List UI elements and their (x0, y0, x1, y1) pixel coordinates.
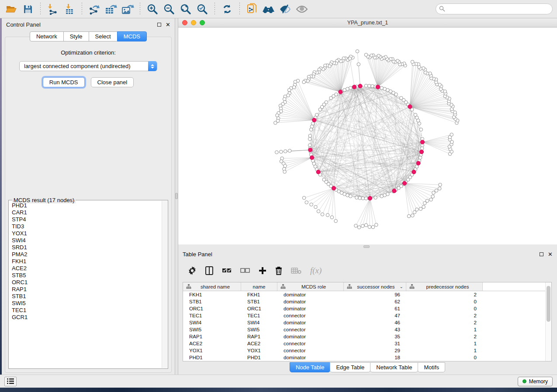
zoom-fit-button[interactable] (179, 2, 193, 16)
network-node[interactable] (355, 196, 359, 199)
network-node[interactable] (354, 224, 358, 227)
tab-select[interactable]: Select (89, 31, 118, 41)
network-node[interactable] (419, 128, 423, 131)
table-row[interactable]: PHD1PHD1dominator180 (183, 354, 551, 361)
vertical-splitter[interactable] (175, 18, 178, 375)
network-node[interactable] (364, 84, 368, 88)
list-item[interactable]: SWI4 (12, 237, 161, 244)
network-node[interactable] (326, 213, 329, 217)
network-node[interactable] (287, 89, 291, 92)
network-node[interactable] (309, 128, 313, 131)
network-node[interactable] (318, 108, 322, 111)
column-header-predecessor-nodes[interactable]: predecessor nodes (406, 282, 483, 291)
tab-network[interactable]: Network (30, 31, 64, 41)
export-network-button[interactable] (87, 2, 101, 16)
network-node[interactable] (317, 210, 320, 213)
table-row[interactable]: ORC1ORC1dominator610 (183, 305, 551, 312)
table-row[interactable]: TEC1TEC1connector472 (183, 312, 551, 319)
list-item[interactable]: YOX1 (12, 230, 161, 237)
network-node[interactable] (294, 80, 297, 84)
table-scrollbar[interactable] (545, 282, 551, 361)
network-node[interactable] (414, 113, 417, 117)
network-node[interactable] (305, 201, 308, 204)
save-session-button[interactable] (21, 2, 35, 16)
list-item[interactable]: SWI5 (12, 300, 161, 307)
network-node[interactable] (371, 225, 375, 229)
table-row[interactable]: ACE2ACE2connector311 (183, 340, 551, 347)
list-item[interactable]: PHD1 (12, 202, 161, 209)
network-node[interactable] (411, 60, 414, 64)
network-node[interactable] (422, 205, 426, 209)
network-node[interactable] (308, 138, 311, 141)
mcds-hub-node[interactable] (392, 189, 396, 193)
network-node[interactable] (426, 199, 429, 203)
table-row[interactable]: YOX1YOX1connector291 (183, 347, 551, 354)
table-row[interactable]: SWI4SWI4dominator462 (183, 319, 551, 326)
list-item[interactable]: STB5 (12, 272, 161, 279)
network-node[interactable] (361, 197, 365, 200)
network-node[interactable] (364, 197, 368, 200)
table-settings-button[interactable] (188, 265, 197, 277)
list-item[interactable]: STB1 (12, 293, 161, 300)
mcds-hub-node[interactable] (310, 156, 314, 160)
mcds-hub-node[interactable] (358, 84, 362, 88)
network-node[interactable] (358, 196, 362, 200)
refresh-button[interactable] (220, 2, 234, 16)
network-node[interactable] (431, 195, 435, 198)
network-node[interactable] (302, 80, 306, 84)
zoom-out-button[interactable] (162, 2, 176, 16)
network-node[interactable] (274, 121, 277, 125)
open-session-button[interactable] (4, 2, 18, 16)
import-table-button[interactable] (62, 2, 76, 16)
mcds-hub-node[interactable] (420, 140, 424, 144)
network-node[interactable] (361, 224, 364, 228)
network-node[interactable] (284, 164, 287, 168)
list-item[interactable]: GCR1 (12, 314, 161, 321)
mcds-hub-node[interactable] (332, 186, 336, 190)
network-node[interactable] (314, 205, 318, 209)
network-node[interactable] (380, 86, 384, 90)
float-panel-icon[interactable] (540, 252, 543, 256)
network-node[interactable] (420, 147, 424, 150)
network-node[interactable] (367, 84, 371, 88)
tab-style[interactable]: Style (63, 31, 89, 41)
horizontal-splitter[interactable] (178, 244, 557, 249)
network-node[interactable] (357, 63, 360, 66)
table-row[interactable]: FKH1FKH1dominator962 (183, 291, 551, 298)
network-node[interactable] (356, 50, 359, 53)
network-node[interactable] (283, 97, 286, 101)
network-node[interactable] (411, 214, 415, 217)
column-header-shared-name[interactable]: shared name (183, 282, 241, 291)
splitter-handle[interactable] (363, 245, 370, 248)
network-node[interactable] (429, 198, 433, 201)
network-node[interactable] (349, 195, 353, 198)
network-node[interactable] (308, 134, 312, 138)
network-node[interactable] (348, 57, 352, 60)
select-all-button[interactable] (222, 265, 232, 277)
network-node[interactable] (368, 225, 371, 229)
network-node[interactable] (329, 96, 333, 100)
network-node[interactable] (334, 219, 338, 223)
export-table-button[interactable] (104, 2, 118, 16)
network-node[interactable] (415, 208, 419, 211)
show-all-button[interactable] (295, 2, 309, 16)
criterion-dropdown[interactable]: largest connected component (undirected) (19, 61, 157, 71)
mcds-hub-node[interactable] (353, 85, 356, 89)
column-header-name[interactable]: name (241, 282, 277, 291)
mcds-hub-node[interactable] (368, 196, 372, 200)
network-node[interactable] (330, 216, 334, 219)
mcds-hub-node[interactable] (376, 85, 380, 89)
list-item[interactable]: CAR1 (12, 209, 161, 216)
network-node[interactable] (288, 149, 291, 153)
show-columns-button[interactable] (205, 265, 213, 277)
mcds-hub-node[interactable] (339, 90, 343, 94)
memory-button[interactable]: Memory (518, 377, 553, 386)
mcds-hub-node[interactable] (412, 170, 416, 174)
mcds-hub-node[interactable] (312, 118, 316, 122)
search-input[interactable] (436, 3, 553, 14)
network-node[interactable] (280, 150, 283, 154)
network-node[interactable] (386, 193, 390, 196)
list-item[interactable]: RAP1 (12, 286, 161, 293)
list-item[interactable]: ORC1 (12, 279, 161, 286)
network-node[interactable] (419, 156, 422, 159)
